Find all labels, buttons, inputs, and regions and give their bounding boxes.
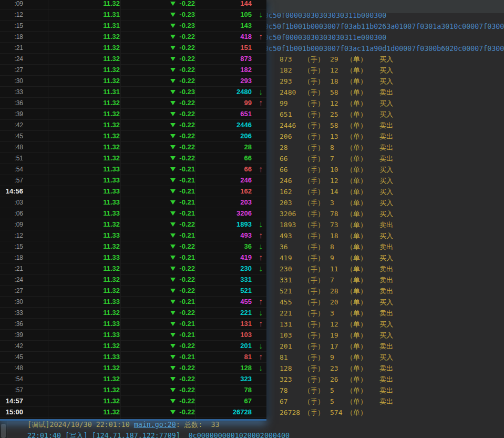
tick-table-panel[interactable]: :09 11.32 -0.22 144 :12 11.31 -0.23 105 … — [0, 0, 266, 421]
trade-log-list: 873 （手） 29 （单） 买入 182 （手） 12 （单） 买入 293 … — [266, 54, 504, 418]
tick-volume: 419 — [200, 252, 252, 263]
tick-change-value: -0.22 — [179, 142, 195, 152]
source-file-link[interactable]: main.go:20 — [134, 421, 176, 429]
tick-change-value: -0.23 — [179, 87, 195, 97]
trade-log-row: 419 （手） 9 （单） 买入 — [266, 252, 504, 263]
tick-price: 11.33 — [53, 186, 120, 197]
trade-count: 7 — [330, 274, 334, 286]
tick-volume: 182 — [200, 65, 252, 75]
unit-hand-label: （手） — [304, 330, 324, 341]
tick-time: :06 — [0, 208, 23, 219]
trade-count: 8 — [330, 241, 334, 252]
tick-price: 11.32 — [53, 32, 120, 42]
down-triangle-icon — [170, 156, 176, 160]
tick-change: -0.22 — [126, 153, 195, 164]
tick-change: -0.22 — [126, 274, 195, 285]
down-triangle-icon — [170, 101, 176, 105]
log-scrollbar-thumb[interactable] — [1, 424, 6, 438]
direction-arrow-icon — [256, 396, 265, 406]
trade-count: 26 — [330, 374, 338, 385]
tick-change: -0.22 — [126, 65, 195, 75]
direction-arrow-icon: ↑ — [256, 164, 265, 175]
tick-change-value: -0.21 — [179, 330, 195, 340]
tick-volume: 67 — [200, 396, 252, 406]
tick-row: :15 11.32 -0.22 36 ↓ — [0, 241, 266, 252]
tick-row: :42 11.32 -0.22 2446 — [0, 120, 266, 131]
tick-price: 11.32 — [53, 308, 120, 318]
unit-hand-label: （手） — [304, 76, 324, 87]
direction-arrow-icon: ↓ — [256, 9, 265, 20]
tick-row: :42 11.32 -0.22 201 ↓ — [0, 341, 266, 352]
tick-price: 11.33 — [53, 330, 120, 340]
debug-line-prefix: [调试]2024/10/30 22:01:10 — [27, 421, 134, 429]
trade-direction: 买入 — [379, 65, 393, 76]
tick-volume: 323 — [200, 374, 252, 384]
tick-row: :27 11.32 -0.22 521 — [0, 286, 266, 297]
tick-row: :45 11.33 -0.21 81 ↑ — [0, 352, 266, 363]
log-scrollbar-track[interactable] — [0, 419, 7, 438]
unit-hand-label: （手） — [304, 219, 324, 230]
tick-change: -0.22 — [126, 131, 195, 141]
tick-change-value: -0.21 — [179, 208, 195, 219]
write-status-line: 22:01:40 [写入] [124.71.187.122:7709] 0c00… — [27, 430, 290, 438]
direction-arrow-icon — [256, 131, 265, 141]
trade-count: 12 — [330, 65, 338, 76]
tick-volume: 230 — [200, 263, 252, 274]
direction-arrow-icon — [256, 407, 265, 417]
down-triangle-icon — [170, 322, 176, 326]
unit-order-label: （单） — [346, 175, 367, 186]
tick-volume: 105 — [200, 9, 252, 20]
unit-hand-label: （手） — [304, 98, 324, 109]
trade-log-row: 521 （手） 28 （单） 卖出 — [266, 286, 504, 297]
direction-arrow-icon: ↓ — [256, 308, 265, 318]
tick-price: 11.32 — [53, 142, 120, 152]
tick-change-value: -0.22 — [179, 219, 195, 230]
trade-volume: 67 — [280, 396, 288, 407]
tick-row-list: :09 11.32 -0.22 144 :12 11.31 -0.23 105 … — [0, 0, 266, 418]
tick-change: -0.22 — [126, 363, 195, 373]
trade-volume: 201 — [280, 341, 292, 352]
unit-order-label: （单） — [346, 65, 367, 76]
tick-change-value: -0.21 — [179, 175, 195, 186]
trade-volume: 293 — [280, 76, 292, 87]
tick-volume: 66 — [200, 153, 252, 164]
direction-arrow-icon: ↓ — [256, 87, 265, 97]
unit-order-label: （单） — [346, 98, 367, 109]
down-triangle-icon — [170, 57, 176, 61]
tick-volume: 2446 — [200, 120, 252, 130]
tick-row: :09 11.32 -0.22 144 — [0, 0, 266, 9]
tick-time: 15:00 — [0, 407, 23, 417]
direction-arrow-icon — [256, 142, 265, 152]
trade-log-row: 455 （手） 20 （单） 买入 — [266, 297, 504, 308]
trade-count: 18 — [330, 230, 338, 241]
trade-count: 28 — [330, 286, 338, 297]
trade-direction: 买入 — [379, 352, 393, 363]
tick-price: 11.32 — [53, 385, 120, 395]
trade-log-row: 323 （手） 26 （单） 卖出 — [266, 374, 504, 385]
tick-time: :33 — [0, 308, 23, 318]
tick-change: -0.22 — [126, 385, 195, 395]
tick-change: -0.22 — [126, 76, 195, 86]
trade-log-row: 201 （手） 17 （单） 卖出 — [266, 341, 504, 352]
tick-volume: 201 — [200, 341, 252, 351]
down-triangle-icon — [170, 123, 176, 127]
tick-change: -0.21 — [126, 197, 195, 208]
tick-change-value: -0.21 — [179, 352, 195, 362]
tick-volume: 331 — [200, 274, 252, 285]
tick-volume: 128 — [200, 363, 252, 373]
tick-change-value: -0.22 — [179, 385, 195, 395]
trade-log-row: 99 （手） 12 （单） 买入 — [266, 98, 504, 109]
down-triangle-icon — [170, 344, 176, 348]
trade-volume: 182 — [280, 65, 292, 76]
trade-count: 78 — [330, 208, 338, 219]
tick-price: 11.33 — [53, 319, 120, 329]
tick-price: 11.32 — [53, 153, 120, 164]
tick-change: -0.21 — [126, 175, 195, 186]
trade-volume: 2480 — [280, 87, 296, 98]
trade-volume: 36 — [280, 241, 288, 252]
direction-arrow-icon — [256, 330, 265, 340]
unit-order-label: （单） — [346, 164, 367, 175]
tick-volume: 206 — [200, 131, 252, 141]
trade-volume: 230 — [280, 263, 292, 274]
unit-hand-label: （手） — [304, 341, 324, 352]
